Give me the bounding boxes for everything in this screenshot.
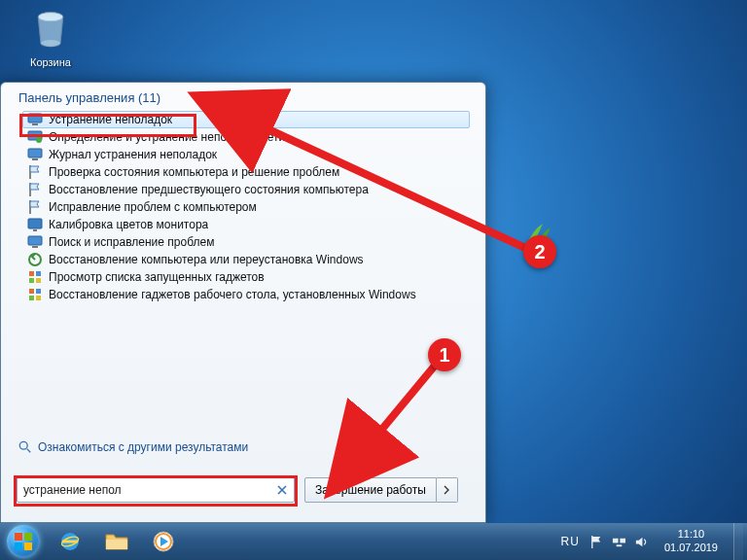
clear-search-button[interactable]: [274, 482, 290, 498]
svg-rect-7: [32, 158, 38, 160]
lang-indicator[interactable]: RU: [561, 535, 580, 548]
svg-rect-20: [36, 296, 41, 300]
taskbar: RU 11:10 01.07.2019: [0, 523, 747, 560]
result-label: Устранение неполадок: [49, 113, 172, 126]
svg-rect-17: [29, 289, 34, 294]
svg-rect-16: [36, 278, 41, 283]
result-item-gadgets-list[interactable]: Просмотр списка запущенных гаджетов: [22, 268, 470, 286]
display-icon: [27, 217, 43, 232]
pinned-apps: [49, 526, 185, 557]
shutdown-button[interactable]: Завершение работы: [304, 477, 437, 503]
svg-rect-14: [36, 271, 41, 276]
pinned-wmp[interactable]: [142, 526, 185, 557]
start-button[interactable]: [0, 523, 47, 560]
tray-icons: [589, 535, 649, 549]
results-header: Панель управления (11): [1, 83, 485, 111]
search-input[interactable]: [23, 483, 274, 497]
result-item-restore-reinstall[interactable]: Восстановление компьютера или переустано…: [22, 251, 470, 268]
svg-rect-9: [33, 229, 37, 231]
result-label: Журнал устранения неполадок: [49, 148, 217, 161]
result-label: Восстановление компьютера или переустано…: [49, 253, 364, 266]
result-item-calibrate[interactable]: Калибровка цветов монитора: [22, 216, 470, 233]
result-label: Исправление проблем с компьютером: [49, 200, 257, 214]
result-label: Просмотр списка запущенных гаджетов: [49, 270, 265, 284]
system-tray: RU 11:10 01.07.2019: [561, 523, 747, 560]
search-icon: [18, 440, 32, 454]
result-label: Проверка состояния компьютера и решение …: [49, 165, 339, 179]
result-item-search-fix[interactable]: Поиск и исправление проблем: [22, 233, 470, 251]
result-item-fix[interactable]: Исправление проблем с компьютером: [22, 198, 470, 216]
svg-rect-15: [29, 278, 34, 283]
flag-icon: [27, 164, 43, 180]
ie-icon: [57, 529, 83, 554]
media-player-icon: [151, 529, 176, 554]
action-center-icon[interactable]: [589, 535, 604, 549]
result-label: Определение и устранение неполадок сети: [49, 130, 285, 144]
result-label: Поиск и исправление проблем: [49, 235, 214, 249]
svg-rect-2: [28, 114, 42, 122]
results-list: Устранение неполадок Определение и устра…: [1, 111, 485, 303]
svg-rect-33: [620, 538, 625, 542]
svg-rect-29: [106, 540, 127, 549]
svg-rect-6: [28, 149, 42, 158]
svg-rect-8: [28, 219, 42, 228]
svg-rect-13: [29, 271, 34, 276]
network-icon: [27, 129, 43, 145]
svg-rect-19: [29, 296, 34, 300]
shutdown-options-button[interactable]: [437, 477, 458, 503]
windows-logo-icon: [12, 530, 35, 553]
svg-rect-34: [617, 544, 622, 546]
recycle-bin[interactable]: Корзина: [21, 8, 80, 68]
chevron-right-icon: [443, 485, 450, 495]
search-box[interactable]: [17, 477, 295, 503]
show-desktop-button[interactable]: [733, 523, 743, 560]
monitor-icon: [27, 147, 43, 162]
result-item-network[interactable]: Определение и устранение неполадок сети: [22, 128, 470, 146]
pinned-ie[interactable]: [49, 526, 91, 557]
result-label: Калибровка цветов монитора: [49, 218, 208, 231]
volume-icon[interactable]: [634, 535, 649, 549]
start-bottom-bar: Завершение работы: [1, 468, 485, 522]
result-label: Восстановление предшествующего состояния…: [49, 183, 369, 196]
shutdown-group: Завершение работы: [304, 477, 458, 503]
result-item-check[interactable]: Проверка состояния компьютера и решение …: [22, 163, 470, 181]
svg-line-22: [27, 449, 31, 453]
flag-icon: [27, 182, 43, 197]
gadget-icon: [27, 269, 43, 285]
result-label: Восстановление гаджетов рабочего стола, …: [49, 288, 416, 301]
start-menu: Панель управления (11) Устранение непола…: [0, 82, 486, 523]
flag-icon: [27, 199, 43, 215]
svg-rect-32: [613, 538, 619, 542]
result-item-history[interactable]: Журнал устранения неполадок: [22, 146, 470, 163]
svg-point-21: [19, 441, 27, 449]
monitor-icon: [27, 112, 43, 127]
result-item-troubleshoot[interactable]: Устранение неполадок: [22, 111, 470, 128]
wallpaper-leaf-icon: [523, 220, 552, 249]
clock-date: 01.07.2019: [664, 542, 718, 555]
svg-rect-3: [32, 123, 38, 125]
gadget-icon: [27, 287, 43, 302]
folder-icon: [104, 531, 129, 552]
svg-rect-18: [36, 289, 41, 294]
clock-time: 11:10: [664, 528, 718, 542]
network-tray-icon[interactable]: [612, 535, 626, 549]
recycle-bin-label: Корзина: [21, 56, 80, 68]
control-panel-link[interactable]: Панель управления (11): [18, 90, 160, 105]
svg-point-5: [36, 137, 42, 143]
svg-point-1: [41, 40, 60, 47]
monitor-icon: [27, 234, 43, 250]
result-item-gadgets-restore[interactable]: Восстановление гаджетов рабочего стола, …: [22, 286, 470, 303]
svg-rect-11: [32, 246, 38, 248]
pinned-explorer[interactable]: [95, 526, 138, 557]
clear-x-icon: [276, 484, 288, 496]
restore-icon: [27, 252, 43, 267]
clock[interactable]: 11:10 01.07.2019: [658, 528, 724, 555]
recycle-bin-icon: [29, 8, 72, 51]
svg-rect-10: [28, 236, 42, 245]
more-results-link[interactable]: Ознакомиться с другими результатами: [18, 440, 248, 454]
result-item-restore-prev[interactable]: Восстановление предшествующего состояния…: [22, 181, 470, 198]
more-results-label: Ознакомиться с другими результатами: [38, 440, 248, 454]
